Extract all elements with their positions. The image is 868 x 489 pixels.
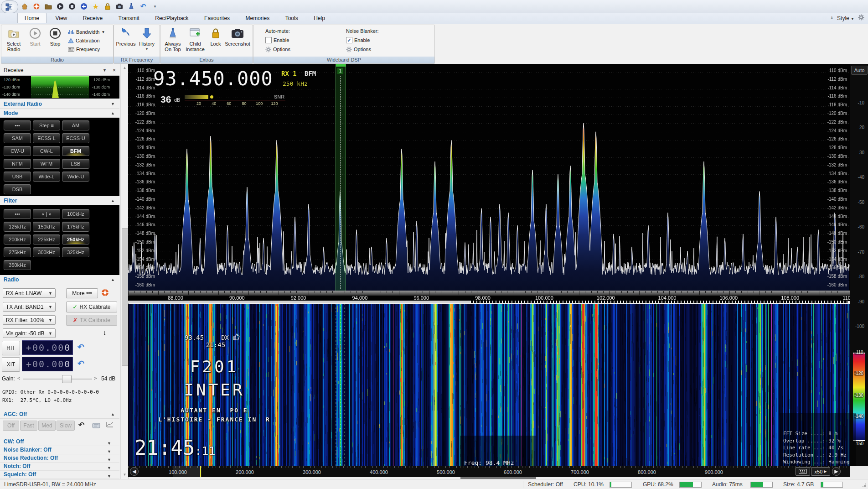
collapse-ribbon-icon[interactable]: ⇕ bbox=[830, 16, 833, 20]
customize-toolbar-icon[interactable]: ▼ bbox=[150, 2, 160, 11]
style-dropdown[interactable]: Style ▼ bbox=[837, 15, 854, 21]
section-radio[interactable]: Radio▲ bbox=[0, 275, 119, 284]
filter-200khz-button[interactable]: 200kHz bbox=[4, 234, 31, 244]
history-jump-start-button[interactable]: ◀ bbox=[130, 467, 139, 476]
tab-receive[interactable]: Receive bbox=[76, 13, 109, 23]
filter-variable-button[interactable]: « | » bbox=[33, 209, 60, 219]
antenna-icon[interactable] bbox=[127, 2, 136, 11]
tx-calibrate-button[interactable]: ✗TX Calibrate bbox=[66, 315, 117, 326]
xit-button[interactable]: XIT bbox=[2, 357, 20, 372]
filter-150khz-button[interactable]: 150kHz bbox=[33, 222, 60, 232]
mode-ecss-l-button[interactable]: ECSS-L bbox=[33, 133, 60, 143]
tuning-marker[interactable]: 1 bbox=[336, 64, 346, 291]
history-button[interactable]: History ▼ bbox=[137, 26, 157, 52]
bandwidth-button[interactable]: Bandwidth▼ bbox=[68, 28, 112, 36]
screenshot-icon[interactable] bbox=[115, 2, 124, 11]
collapsed-section-row[interactable]: Noise Blanker: Off▼ bbox=[0, 446, 119, 454]
tab-home[interactable]: Home bbox=[17, 13, 46, 23]
mode-sam-button[interactable]: SAM bbox=[4, 133, 31, 143]
collapsed-section-row[interactable]: Noise Reduction: Off▼ bbox=[0, 454, 119, 463]
filter-300khz-button[interactable]: 300kHz bbox=[33, 247, 60, 257]
frequency-button[interactable]: Frequency bbox=[68, 45, 112, 53]
home-icon[interactable] bbox=[20, 2, 29, 11]
mode-dsb-button[interactable]: DSB bbox=[4, 184, 31, 194]
range-scale[interactable]: -10-20-30-40-50-60-70-80-90-100 bbox=[850, 100, 864, 329]
panel-scrollbar[interactable]: ▲ ▼ bbox=[120, 64, 129, 479]
filter-225khz-button[interactable]: 225kHz bbox=[33, 234, 60, 244]
mode-ecss-u-button[interactable]: ECSS-U bbox=[62, 133, 89, 143]
thumbs-up-icon[interactable] bbox=[232, 333, 240, 342]
rx-filter-dropdown[interactable]: RX Filter: 100%▼ bbox=[3, 315, 56, 325]
tab-favourites[interactable]: Favourites bbox=[197, 13, 237, 23]
stop-button[interactable]: Stop bbox=[46, 26, 64, 47]
favourite-icon[interactable]: ★ bbox=[91, 2, 100, 11]
stop-icon[interactable] bbox=[67, 2, 77, 11]
spectrum-display[interactable] bbox=[128, 64, 850, 301]
gain-slider-track[interactable] bbox=[23, 379, 92, 380]
lock-button[interactable]: Lock bbox=[208, 26, 223, 47]
mode-cw-l-button[interactable]: CW-L bbox=[33, 146, 60, 156]
rit-reset-icon[interactable]: ↶ bbox=[78, 342, 84, 352]
tab-view[interactable]: View bbox=[48, 13, 74, 23]
always-on-top-button[interactable]: Always On Top bbox=[162, 26, 183, 52]
section-agc[interactable]: AGC: Off▲ bbox=[0, 410, 119, 419]
tab-memories[interactable]: Memories bbox=[239, 13, 277, 23]
tab-help[interactable]: Help bbox=[307, 13, 332, 23]
gain-slider-thumb[interactable] bbox=[62, 375, 72, 383]
mode-lsb-button[interactable]: LSB bbox=[62, 159, 89, 169]
more-button[interactable]: More ••• bbox=[66, 288, 98, 298]
receive-panel-header[interactable]: Receive ▼ × bbox=[0, 65, 119, 76]
keyboard-button[interactable] bbox=[796, 467, 810, 476]
agc-preset-icon[interactable] bbox=[92, 422, 100, 430]
start-button[interactable]: Start bbox=[26, 26, 44, 47]
scroll-down-icon[interactable]: ▼ bbox=[122, 472, 128, 478]
waterfall-history-bar[interactable]: ◀ 100.000200.000300.000400.000500.000600… bbox=[128, 466, 850, 477]
filter-175khz-button[interactable]: 175kHz bbox=[62, 222, 89, 232]
filter-100khz-button[interactable]: 100kHz bbox=[62, 209, 89, 219]
tx-ant-dropdown[interactable]: TX Ant: BAND1▼ bbox=[3, 302, 56, 312]
section-external-radio[interactable]: External Radio▼ bbox=[0, 99, 119, 109]
scroll-up-icon[interactable]: ▲ bbox=[122, 65, 128, 71]
gain-right-arrow[interactable]: > bbox=[94, 375, 97, 381]
tab-transmit[interactable]: Transmit bbox=[112, 13, 146, 23]
section-filter[interactable]: Filter▲ bbox=[0, 196, 119, 205]
collapsed-section-row[interactable]: CW: Off▼ bbox=[0, 438, 119, 446]
mode-more-button[interactable]: ••• bbox=[4, 120, 31, 130]
play-icon[interactable] bbox=[56, 2, 65, 11]
auto-mute-enable-checkbox[interactable]: Enable bbox=[265, 36, 289, 44]
life-ring-icon[interactable] bbox=[32, 2, 41, 11]
undo-icon[interactable]: ↶ bbox=[139, 2, 148, 11]
history-jump-end-button[interactable]: ▶ bbox=[832, 467, 841, 476]
mode-wfm-button[interactable]: WFM bbox=[33, 159, 60, 169]
collapsed-section-row[interactable]: Squelch: Off▼ bbox=[0, 471, 119, 479]
filter-275khz-button[interactable]: 275kHz bbox=[4, 247, 31, 257]
auto-mute-options-button[interactable]: Options bbox=[265, 45, 290, 53]
previous-button[interactable]: Previous bbox=[116, 26, 136, 47]
filter-325khz-button[interactable]: 325kHz bbox=[62, 247, 89, 257]
agc-off-button[interactable]: Off bbox=[3, 421, 19, 431]
add-icon[interactable] bbox=[79, 2, 88, 11]
agc-fast-button[interactable]: Fast bbox=[20, 421, 37, 431]
auto-range-button[interactable]: Auto bbox=[851, 66, 868, 75]
lock-icon[interactable] bbox=[103, 2, 112, 11]
mode-step-button[interactable]: Step ≡ bbox=[33, 120, 60, 130]
tab-rec-playback[interactable]: Rec/Playback bbox=[148, 13, 195, 23]
agc-undo-icon[interactable]: ↶ bbox=[78, 421, 84, 429]
rx-calibrate-button[interactable]: ✓RX Calibrate bbox=[66, 302, 117, 312]
mode-usb-button[interactable]: USB bbox=[4, 172, 31, 182]
gain-left-arrow[interactable]: < bbox=[17, 375, 20, 381]
mode-wide-l-button[interactable]: Wide-L bbox=[33, 172, 60, 182]
tab-tools[interactable]: Tools bbox=[279, 13, 305, 23]
noise-blanker-options-button[interactable]: Options bbox=[346, 45, 371, 53]
agc-slow-button[interactable]: Slow bbox=[57, 421, 75, 431]
filter-more-button[interactable]: ••• bbox=[4, 209, 31, 219]
resize-grip[interactable] bbox=[862, 483, 867, 488]
calibration-button[interactable]: Calibration bbox=[68, 36, 112, 45]
pin-down-icon[interactable]: ↓ bbox=[103, 328, 107, 336]
rit-button[interactable]: RIT bbox=[2, 341, 20, 355]
mode-wide-u-button[interactable]: Wide-U bbox=[62, 172, 89, 182]
xit-display[interactable]: +00.000 bbox=[22, 357, 73, 371]
collapsed-section-row[interactable]: Notch: Off▼ bbox=[0, 463, 119, 471]
filter-125khz-button[interactable]: 125kHz bbox=[4, 222, 31, 232]
noise-blanker-enable-checkbox[interactable]: ✓Enable bbox=[346, 36, 370, 44]
